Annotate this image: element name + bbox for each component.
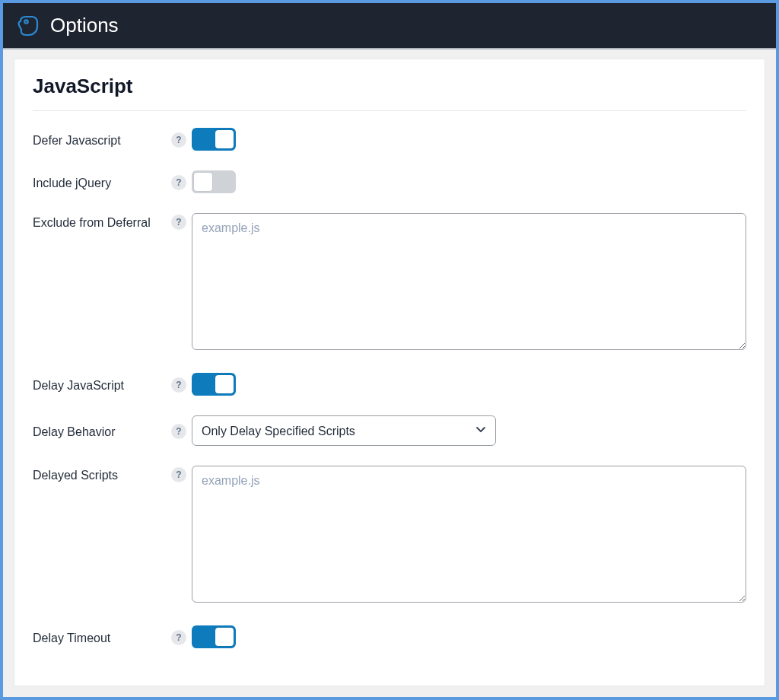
toggle-defer-javascript[interactable] bbox=[192, 128, 236, 151]
select-delay-behavior[interactable]: Only Delay Specified Scripts bbox=[192, 415, 496, 446]
row-delay-timeout: Delay Timeout ? bbox=[33, 625, 746, 648]
row-exclude-from-deferral: Exclude from Deferral ? bbox=[33, 213, 746, 353]
toggle-delay-javascript[interactable] bbox=[192, 373, 236, 396]
toggle-include-jquery[interactable] bbox=[192, 170, 236, 193]
textarea-exclude-from-deferral[interactable] bbox=[192, 213, 746, 350]
toggle-delay-timeout[interactable] bbox=[192, 625, 236, 648]
help-icon[interactable]: ? bbox=[171, 377, 186, 393]
row-delayed-scripts: Delayed Scripts ? bbox=[33, 466, 746, 606]
header-gap bbox=[3, 49, 776, 59]
help-icon[interactable]: ? bbox=[171, 630, 186, 645]
label-include-jquery: Include jQuery bbox=[33, 173, 166, 190]
label-delayed-scripts: Delayed Scripts bbox=[33, 466, 166, 482]
label-delay-javascript: Delay JavaScript bbox=[33, 376, 166, 393]
app-header: Options bbox=[3, 3, 776, 48]
help-icon[interactable]: ? bbox=[171, 467, 186, 482]
app-title: Options bbox=[50, 14, 119, 37]
label-delay-behavior: Delay Behavior bbox=[33, 422, 166, 439]
label-defer-javascript: Defer Javascript bbox=[33, 131, 166, 148]
app-logo-icon bbox=[17, 14, 40, 37]
help-icon[interactable]: ? bbox=[171, 132, 186, 148]
label-delay-timeout: Delay Timeout bbox=[33, 628, 166, 645]
row-defer-javascript: Defer Javascript ? bbox=[33, 128, 746, 151]
settings-panel: JavaScript Defer Javascript ? Include jQ… bbox=[14, 59, 765, 686]
svg-point-1 bbox=[26, 21, 27, 22]
label-exclude-from-deferral: Exclude from Deferral bbox=[33, 213, 166, 230]
help-icon[interactable]: ? bbox=[171, 424, 186, 439]
row-delay-javascript: Delay JavaScript ? bbox=[33, 373, 746, 396]
section-title: JavaScript bbox=[33, 75, 746, 111]
row-delay-behavior: Delay Behavior ? Only Delay Specified Sc… bbox=[33, 415, 746, 446]
row-include-jquery: Include jQuery ? bbox=[33, 170, 746, 193]
help-icon[interactable]: ? bbox=[171, 175, 186, 190]
help-icon[interactable]: ? bbox=[171, 215, 186, 230]
textarea-delayed-scripts[interactable] bbox=[192, 466, 746, 603]
